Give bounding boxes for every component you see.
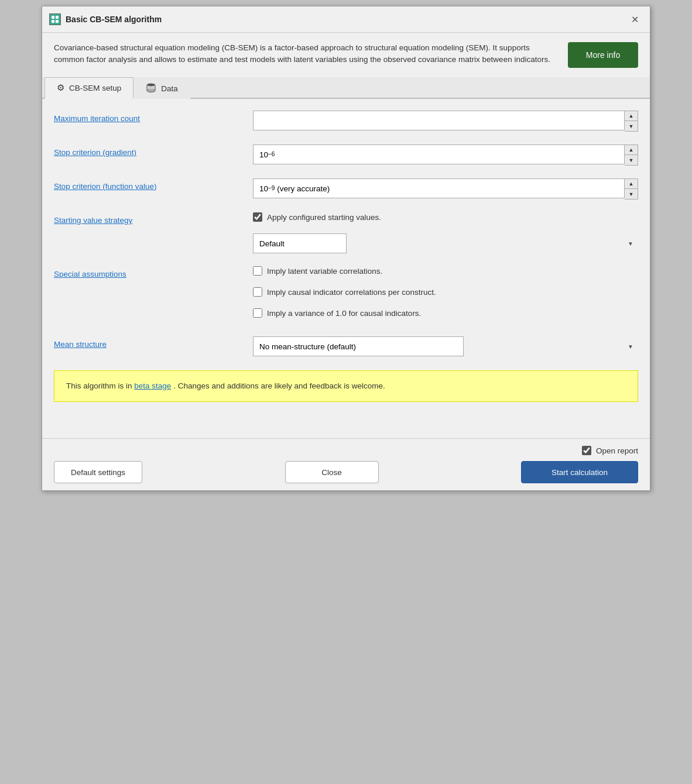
stop-function-spinner-buttons: ▲ ▼ [625, 178, 638, 200]
gear-icon: ⚙ [57, 82, 64, 93]
stop-function-suffix: (very accurate) [275, 184, 330, 193]
mean-structure-control: No mean-structure (default) Centered mea… [253, 336, 638, 356]
stop-gradient-up-button[interactable]: ▲ [625, 145, 638, 155]
max-iteration-down-button[interactable]: ▼ [625, 121, 638, 131]
special-assumptions-row: Special assumptions Imply latent variabl… [54, 266, 638, 324]
stop-gradient-control: 10−6 ▲ ▼ [253, 145, 638, 166]
latent-variable-correlations-checkbox[interactable] [253, 266, 262, 276]
special-assumptions-label[interactable]: Special assumptions [54, 266, 253, 278]
mean-structure-dropdown-wrapper: No mean-structure (default) Centered mea… [253, 336, 638, 356]
mean-structure-row: Mean structure No mean-structure (defaul… [54, 336, 638, 357]
description-text: Covariance-based structural equation mod… [54, 42, 556, 66]
starting-value-control: Apply configured starting values. Defaul… [253, 212, 638, 253]
stop-gradient-base: 10 [259, 150, 268, 159]
starting-value-row: Starting value strategy Apply configured… [54, 212, 638, 253]
starting-value-dropdown-wrapper: Default ▼ [253, 233, 638, 253]
stop-gradient-spinner: 10−6 ▲ ▼ [253, 145, 638, 166]
open-report-row: Open report [582, 446, 638, 455]
stop-gradient-value: 10−6 [253, 145, 625, 164]
latent-variable-correlations-label[interactable]: Imply latent variable correlations. [267, 267, 382, 276]
beta-notice-suffix: . Changes and additions are likely and f… [173, 381, 385, 390]
apply-starting-values-checkbox[interactable] [253, 212, 262, 222]
apply-starting-values-row: Apply configured starting values. [253, 212, 638, 222]
stop-function-spinner: 10−9 (very accurate) ▲ ▼ [253, 178, 638, 200]
variance-causal-indicators-row: Imply a variance of 1.0 for causal indic… [253, 308, 638, 318]
beta-notice: This algorithm is in beta stage . Change… [54, 370, 638, 402]
stop-function-control: 10−9 (very accurate) ▲ ▼ [253, 178, 638, 200]
apply-starting-values-label[interactable]: Apply configured starting values. [267, 213, 381, 222]
mean-structure-label[interactable]: Mean structure [54, 336, 253, 349]
stop-gradient-label[interactable]: Stop criterion (gradient) [54, 145, 253, 157]
causal-indicator-correlations-label[interactable]: Imply causal indicator correlations per … [267, 288, 436, 297]
max-iteration-spinner: 1000 ▲ ▼ [253, 111, 638, 132]
stop-function-base: 10 [259, 184, 268, 193]
mean-structure-dropdown[interactable]: No mean-structure (default) Centered mea… [253, 336, 464, 356]
max-iteration-control: 1000 ▲ ▼ [253, 111, 638, 132]
stop-gradient-row: Stop criterion (gradient) 10−6 ▲ ▼ [54, 145, 638, 166]
tab-cbsem-label: CB-SEM setup [69, 84, 121, 92]
stop-function-label[interactable]: Stop criterion (function value) [54, 178, 253, 191]
starting-value-label[interactable]: Starting value strategy [54, 212, 253, 225]
footer-top: Open report [54, 446, 638, 455]
svg-point-5 [147, 83, 155, 86]
stop-function-up-button[interactable]: ▲ [625, 179, 638, 189]
svg-rect-4 [56, 20, 59, 23]
stop-gradient-down-button[interactable]: ▼ [625, 155, 638, 165]
starting-value-group: Apply configured starting values. Defaul… [253, 212, 638, 253]
open-report-checkbox[interactable] [582, 446, 591, 455]
svg-rect-2 [56, 16, 59, 19]
stop-function-row: Stop criterion (function value) 10−9 (ve… [54, 178, 638, 200]
footer: Open report Default settings Close Start… [42, 438, 650, 490]
content-area: Maximum iteration count 1000 ▲ ▼ Stop cr… [42, 99, 650, 438]
close-button[interactable]: Close [285, 461, 379, 483]
variance-causal-indicators-label[interactable]: Imply a variance of 1.0 for causal indic… [267, 309, 421, 318]
start-calculation-button[interactable]: Start calculation [521, 461, 638, 483]
stop-function-down-button[interactable]: ▼ [625, 189, 638, 199]
causal-indicator-correlations-row: Imply causal indicator correlations per … [253, 287, 638, 297]
stop-function-value: 10−9 (very accurate) [253, 178, 625, 198]
special-assumptions-group: Imply latent variable correlations. Impl… [253, 266, 638, 324]
starting-value-dropdown[interactable]: Default [253, 233, 347, 253]
svg-rect-3 [52, 20, 54, 23]
window-title: Basic CB-SEM algorithm [66, 15, 162, 24]
description-area: Covariance-based structural equation mod… [42, 33, 650, 77]
stop-gradient-spinner-buttons: ▲ ▼ [625, 145, 638, 166]
beta-notice-prefix: This algorithm is in [66, 381, 134, 390]
open-report-label[interactable]: Open report [596, 446, 638, 455]
tab-data-label: Data [161, 84, 178, 93]
special-assumptions-control: Imply latent variable correlations. Impl… [253, 266, 638, 324]
variance-causal-indicators-checkbox[interactable] [253, 308, 262, 318]
footer-bottom: Default settings Close Start calculation [54, 461, 638, 483]
mean-structure-dropdown-arrow-icon: ▼ [628, 343, 633, 350]
causal-indicator-correlations-checkbox[interactable] [253, 287, 262, 297]
dropdown-arrow-icon: ▼ [628, 240, 633, 247]
svg-rect-1 [52, 16, 54, 19]
main-window: Basic CB-SEM algorithm ✕ Covariance-base… [42, 6, 650, 491]
max-iteration-up-button[interactable]: ▲ [625, 111, 638, 121]
tab-bar: ⚙ CB-SEM setup Data [42, 77, 650, 99]
tab-cbsem-setup[interactable]: ⚙ CB-SEM setup [44, 77, 133, 99]
app-icon [49, 13, 61, 25]
title-bar: Basic CB-SEM algorithm ✕ [42, 6, 650, 33]
title-bar-left: Basic CB-SEM algorithm [49, 13, 162, 25]
window-close-button[interactable]: ✕ [626, 11, 643, 27]
more-info-button[interactable]: More info [568, 42, 638, 68]
beta-stage-link[interactable]: beta stage [134, 381, 171, 390]
default-settings-button[interactable]: Default settings [54, 461, 142, 483]
tab-data[interactable]: Data [133, 77, 190, 99]
max-iteration-spinner-buttons: ▲ ▼ [625, 111, 638, 132]
database-icon [146, 83, 156, 94]
max-iteration-input[interactable]: 1000 [253, 111, 625, 130]
latent-variable-correlations-row: Imply latent variable correlations. [253, 266, 638, 276]
max-iteration-label[interactable]: Maximum iteration count [54, 111, 253, 123]
max-iteration-row: Maximum iteration count 1000 ▲ ▼ [54, 111, 638, 132]
